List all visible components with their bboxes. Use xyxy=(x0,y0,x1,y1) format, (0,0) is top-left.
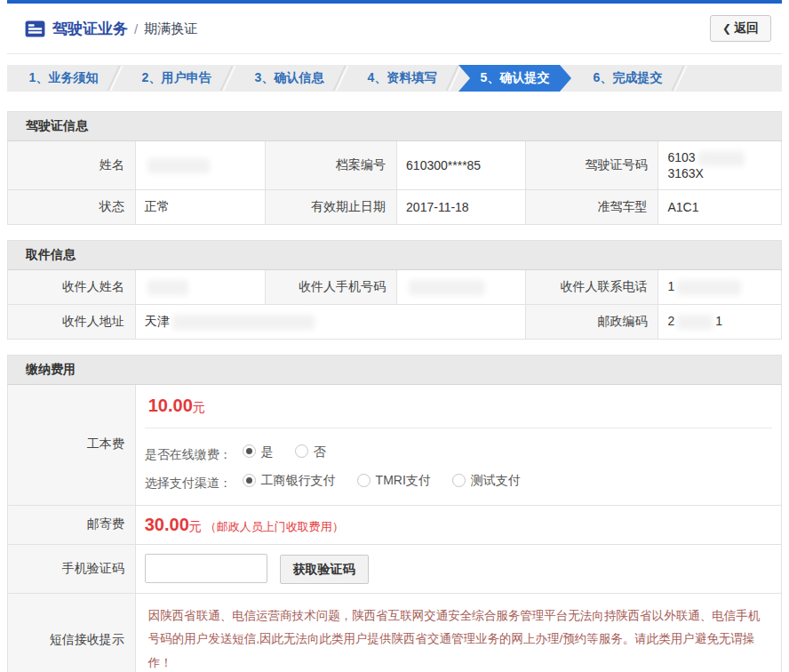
postage-fee-label: 邮寄费 xyxy=(8,505,136,544)
step-5-confirm-submit[interactable]: 5、确认提交 xyxy=(458,65,571,92)
chevron-left-icon: ❮ xyxy=(722,22,731,35)
radio-channel-icbc-label[interactable]: 工商银行支付 xyxy=(261,467,336,493)
sms-tip-label: 短信接收提示 xyxy=(8,594,136,672)
table-row: 邮寄费 30.00元（邮政人员上门收取费用） xyxy=(8,505,782,544)
sms-tip-text: 因陕西省联通、电信运营商技术问题，陕西省互联网交通安全综合服务管理平台无法向持陕… xyxy=(145,603,772,672)
recipient-phone-prefix: 1 xyxy=(667,279,674,293)
postage-fee-amount: 30.00 xyxy=(145,515,189,534)
table-row: 姓名 档案编号 610300****85 驾驶证号码 61033163X xyxy=(8,141,782,190)
name-value xyxy=(135,141,265,190)
step-label: 2、用户申告 xyxy=(142,70,211,86)
redacted-value xyxy=(677,280,741,295)
back-button[interactable]: ❮返回 xyxy=(710,15,771,42)
redacted-value xyxy=(698,151,745,166)
recipient-address-label: 收件人地址 xyxy=(8,304,136,339)
license-number-suffix: 3163X xyxy=(667,166,703,180)
production-fee-label: 工本费 xyxy=(8,384,136,505)
radio-channel-test-label[interactable]: 测试支付 xyxy=(471,467,521,493)
file-number-value: 610300****85 xyxy=(397,141,526,190)
page-header: 驾驶证业务 / 期满换证 ❮返回 xyxy=(7,4,782,54)
radio-channel-test[interactable] xyxy=(452,474,466,487)
postal-code-suffix: 1 xyxy=(715,314,722,328)
step-label: 3、确认信息 xyxy=(255,70,324,86)
sms-tip-cell: 因陕西省联通、电信运营商技术问题，陕西省互联网交通安全综合服务管理平台无法向持陕… xyxy=(135,594,781,672)
payment-channel-question-row: 选择支付渠道： 工商银行支付 TMRI支付 测试支付 xyxy=(145,467,772,496)
step-1-business-notice[interactable]: 1、业务须知 xyxy=(7,65,120,92)
postal-code-prefix: 2 xyxy=(667,314,674,328)
pickup-info-section-title: 取件信息 xyxy=(8,240,782,269)
table-row: 手机验证码 获取验证码 xyxy=(8,544,782,593)
license-number-label: 驾驶证号码 xyxy=(525,141,658,190)
step-wizard-filler xyxy=(684,65,782,92)
valid-until-value: 2017-11-18 xyxy=(397,189,526,224)
valid-until-label: 有效期止日期 xyxy=(266,189,397,224)
breadcrumb-current: 期满换证 xyxy=(144,20,197,37)
status-label: 状态 xyxy=(8,189,136,224)
payment-channel-question: 选择支付渠道： xyxy=(145,476,232,490)
step-3-confirm-info[interactable]: 3、确认信息 xyxy=(233,65,346,92)
fees-section-title: 缴纳费用 xyxy=(8,355,782,384)
vehicle-class-label: 准驾车型 xyxy=(525,189,658,224)
recipient-mobile-value xyxy=(397,269,526,304)
postage-fee-cell: 30.00元（邮政人员上门收取费用） xyxy=(135,505,781,544)
postage-fee-unit: 元 xyxy=(189,519,202,533)
vehicle-class-value: A1C1 xyxy=(658,189,782,224)
pickup-info-table: 取件信息 收件人姓名 收件人手机号码 收件人联系电话 1 收件人地址 天津 邮政… xyxy=(7,240,782,340)
radio-online-no-label[interactable]: 否 xyxy=(314,438,326,465)
license-number-prefix: 6103 xyxy=(667,150,695,164)
radio-online-no[interactable] xyxy=(295,444,308,458)
sms-code-label: 手机验证码 xyxy=(8,544,136,593)
online-payment-question: 是否在线缴费： xyxy=(145,446,232,460)
recipient-name-value xyxy=(135,269,265,304)
status-value: 正常 xyxy=(135,189,265,224)
sms-code-cell: 获取验证码 xyxy=(135,544,781,593)
license-card-icon xyxy=(25,20,45,37)
recipient-address-value: 天津 xyxy=(135,304,525,339)
postal-code-label: 邮政编码 xyxy=(525,304,658,339)
recipient-phone-label: 收件人联系电话 xyxy=(525,269,658,304)
back-button-label: 返回 xyxy=(734,20,759,35)
production-fee-amount: 10.00 xyxy=(148,396,193,415)
step-wizard: 1、业务须知 2、用户申告 3、确认信息 4、资料填写 5、确认提交 6、完成提… xyxy=(7,65,782,92)
recipient-mobile-label: 收件人手机号码 xyxy=(266,269,397,304)
table-row: 状态 正常 有效期止日期 2017-11-18 准驾车型 A1C1 xyxy=(8,189,782,224)
online-payment-options: 是 否 xyxy=(243,438,342,465)
postal-code-value: 21 xyxy=(658,304,782,339)
radio-channel-icbc[interactable] xyxy=(243,474,256,487)
production-fee-unit: 元 xyxy=(193,400,205,414)
recipient-phone-value: 1 xyxy=(658,269,782,304)
step-6-complete-submit[interactable]: 6、完成提交 xyxy=(571,65,684,92)
step-4-fill-data[interactable]: 4、资料填写 xyxy=(346,65,458,92)
postage-fee-note: （邮政人员上门收取费用） xyxy=(205,520,344,533)
table-row: 短信接收提示 因陕西省联通、电信运营商技术问题，陕西省互联网交通安全综合服务管理… xyxy=(8,594,782,672)
table-row: 收件人姓名 收件人手机号码 收件人联系电话 1 xyxy=(8,269,782,304)
fee-divider xyxy=(145,428,772,428)
redacted-value xyxy=(147,158,210,173)
production-fee-amount-block: 10.00元 xyxy=(145,394,772,416)
page: 驾驶证业务 / 期满换证 ❮返回 1、业务须知 2、用户申告 3、确认信息 4、… xyxy=(7,0,782,672)
production-fee-cell: 10.00元 是否在线缴费： 是 否 选择支付渠道： 工商银行支付 TMRI支付… xyxy=(135,384,781,505)
step-label: 4、资料填写 xyxy=(368,70,437,86)
sms-code-input[interactable] xyxy=(145,554,267,583)
recipient-address-prefix: 天津 xyxy=(145,314,170,328)
license-info-section-title: 驾驶证信息 xyxy=(8,112,782,141)
step-2-user-declaration[interactable]: 2、用户申告 xyxy=(120,65,233,92)
radio-online-yes-label[interactable]: 是 xyxy=(261,438,274,465)
get-sms-code-button[interactable]: 获取验证码 xyxy=(280,555,369,584)
fees-table: 缴纳费用 工本费 10.00元 是否在线缴费： 是 否 选择支付渠道： xyxy=(7,355,782,672)
radio-channel-tmri-label[interactable]: TMRI支付 xyxy=(376,467,431,493)
recipient-name-label: 收件人姓名 xyxy=(8,269,136,304)
radio-online-yes[interactable] xyxy=(243,444,256,458)
name-label: 姓名 xyxy=(8,141,136,190)
online-payment-question-row: 是否在线缴费： 是 否 xyxy=(145,438,772,468)
redacted-value xyxy=(172,315,315,330)
breadcrumb-separator: / xyxy=(134,21,138,36)
license-info-table: 驾驶证信息 姓名 档案编号 610300****85 驾驶证号码 6103316… xyxy=(7,111,782,225)
license-number-value: 61033163X xyxy=(658,141,782,190)
redacted-value xyxy=(677,315,713,330)
step-label: 1、业务须知 xyxy=(29,70,99,86)
step-label: 5、确认提交 xyxy=(481,70,550,86)
table-row: 工本费 10.00元 是否在线缴费： 是 否 选择支付渠道： 工商银行支付 xyxy=(8,384,782,505)
page-title: 驾驶证业务 xyxy=(52,19,128,39)
radio-channel-tmri[interactable] xyxy=(357,474,371,487)
